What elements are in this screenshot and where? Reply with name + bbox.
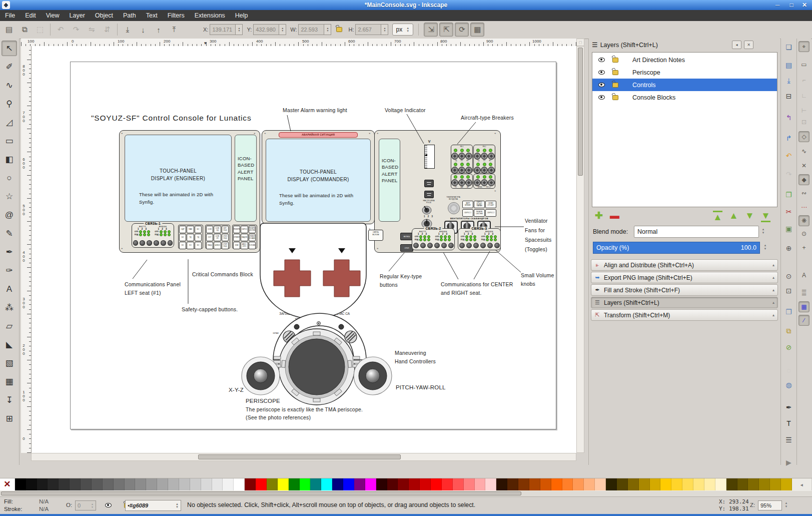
- color-swatch[interactable]: [365, 478, 376, 490]
- visibility-eye-icon[interactable]: [598, 83, 605, 87]
- layer-row-controls[interactable]: Controls: [592, 79, 777, 91]
- color-swatch[interactable]: [431, 478, 442, 490]
- selector-tool[interactable]: ↖: [2, 41, 17, 56]
- color-swatch[interactable]: [267, 478, 278, 490]
- color-swatch[interactable]: [737, 478, 748, 490]
- snap-master-icon[interactable]: ⌖: [798, 41, 809, 52]
- blend-mode-spinner[interactable]: ▲▼: [760, 228, 766, 235]
- color-swatch[interactable]: [748, 478, 759, 490]
- snap-grids-icon[interactable]: ▦: [798, 301, 809, 312]
- current-layer-select[interactable]: •#g6089▲▼: [125, 500, 181, 511]
- color-swatch[interactable]: [507, 478, 518, 490]
- color-swatch[interactable]: [212, 478, 223, 490]
- menu-file[interactable]: File: [0, 10, 20, 21]
- color-swatch[interactable]: [15, 478, 26, 490]
- color-swatch[interactable]: [223, 478, 234, 490]
- snap-midpoints-icon[interactable]: ⋯: [798, 202, 809, 213]
- dropper-tool[interactable]: ↧: [2, 392, 17, 408]
- color-swatch[interactable]: [201, 478, 212, 490]
- maximize-button[interactable]: □: [785, 0, 798, 10]
- star-tool[interactable]: ☆: [2, 189, 17, 204]
- measure-tool[interactable]: ◿: [2, 115, 17, 130]
- export-icon[interactable]: ↱: [782, 132, 795, 144]
- stroke-value[interactable]: N/A: [39, 506, 49, 512]
- x-field-spinner[interactable]: ▲▼: [236, 24, 243, 35]
- color-swatch[interactable]: [234, 478, 245, 490]
- spiral-tool[interactable]: @: [2, 207, 17, 223]
- color-swatch[interactable]: [37, 478, 48, 490]
- color-swatch[interactable]: [168, 478, 179, 490]
- canvas[interactable]: "SOYUZ-SF" Control Console for Lunatics …: [32, 46, 576, 453]
- snap-text-baseline-icon[interactable]: A: [798, 270, 809, 281]
- layer-row-art-direction-notes[interactable]: Art Direction Notes: [592, 54, 777, 66]
- undo-icon[interactable]: ↶: [782, 149, 795, 162]
- svg-page[interactable]: "SOYUZ-SF" Control Console for Lunatics …: [70, 62, 556, 429]
- color-swatch[interactable]: [726, 478, 737, 490]
- color-swatch[interactable]: [485, 478, 496, 490]
- horizontal-scrollbar[interactable]: [31, 453, 576, 461]
- select-all-layers-icon[interactable]: ⧉: [18, 23, 32, 37]
- color-swatch[interactable]: [420, 478, 431, 490]
- snap-object-centers-icon[interactable]: ⊙: [798, 228, 809, 239]
- text-tool[interactable]: A: [2, 281, 17, 297]
- opacity-spinner[interactable]: ▲▼: [762, 244, 768, 251]
- horizontal-scrollbar-thumb[interactable]: [198, 454, 401, 459]
- scale-corners-icon[interactable]: ▦: [470, 23, 484, 37]
- palette-scrollbar-thumb[interactable]: [1, 491, 521, 495]
- visibility-eye-icon[interactable]: [598, 95, 605, 100]
- color-swatch[interactable]: [92, 478, 103, 490]
- color-swatch[interactable]: [518, 478, 529, 490]
- color-swatch[interactable]: [671, 478, 682, 490]
- snap-others-icon[interactable]: ❋: [798, 215, 809, 226]
- transform-bar[interactable]: ⇱Transform (Shift+Ctrl+M)▴: [591, 309, 778, 321]
- zoom-spinner[interactable]: ▲▼: [783, 501, 789, 508]
- menu-extensions[interactable]: Extensions: [190, 10, 230, 21]
- zoom-field[interactable]: 95%: [758, 500, 782, 510]
- remove-layer-button[interactable]: ▬: [610, 211, 619, 221]
- color-swatch[interactable]: [157, 478, 168, 490]
- vertical-ruler[interactable]: 8007006005004003002001000: [21, 46, 32, 453]
- color-swatch[interactable]: [759, 478, 770, 490]
- color-swatch[interactable]: [387, 478, 398, 490]
- document-properties-icon[interactable]: ◍: [782, 378, 795, 391]
- lock-ratio-icon[interactable]: [336, 27, 342, 32]
- color-swatch[interactable]: [606, 478, 617, 490]
- blend-mode-select[interactable]: Normal: [634, 226, 759, 238]
- color-swatch[interactable]: [59, 478, 70, 490]
- box3d-tool[interactable]: ◧: [2, 152, 17, 167]
- color-swatch[interactable]: [103, 478, 114, 490]
- snap-smooth-nodes-icon[interactable]: ∾: [798, 188, 809, 199]
- color-swatch[interactable]: [562, 478, 573, 490]
- color-swatch[interactable]: [475, 478, 486, 490]
- snap-nodes-icon[interactable]: ◇: [798, 131, 809, 142]
- duplicate-icon[interactable]: ❐: [782, 305, 795, 318]
- tweak-tool[interactable]: ∿: [2, 78, 17, 93]
- rectangle-tool[interactable]: ▭: [2, 133, 17, 149]
- color-swatch[interactable]: [770, 478, 781, 490]
- layer-lock-icon[interactable]: [612, 83, 618, 88]
- ellipse-tool[interactable]: ○: [2, 170, 17, 186]
- color-swatch[interactable]: [48, 478, 59, 490]
- color-swatch[interactable]: [453, 478, 464, 490]
- zoom-page-icon[interactable]: ⊡: [782, 284, 795, 297]
- menu-path[interactable]: Path: [118, 10, 141, 21]
- color-swatch[interactable]: [289, 478, 300, 490]
- visibility-eye-icon[interactable]: [598, 58, 605, 62]
- raise-layer-button[interactable]: ▲: [729, 211, 738, 221]
- color-swatch[interactable]: [190, 478, 201, 490]
- sticky-zoom-button[interactable]: ⬚: [576, 39, 584, 46]
- menu-text[interactable]: Text: [141, 10, 163, 21]
- palette-overflow-icon[interactable]: ◂: [792, 478, 812, 490]
- minimize-button[interactable]: ─: [771, 0, 784, 10]
- menu-layer[interactable]: Layer: [65, 10, 90, 21]
- x-field[interactable]: 139.171: [210, 24, 236, 35]
- color-swatch[interactable]: [300, 478, 311, 490]
- calligraphy-tool[interactable]: ✑: [2, 263, 17, 278]
- layer-lock-icon[interactable]: [612, 70, 618, 75]
- layer-lock-icon[interactable]: [612, 58, 618, 63]
- unit-select[interactable]: px▲▼: [392, 24, 413, 36]
- layer-lock-icon[interactable]: [612, 95, 618, 100]
- save-document-icon[interactable]: ⤓: [782, 75, 795, 87]
- color-swatch[interactable]: [135, 478, 146, 490]
- color-swatch[interactable]: [704, 478, 715, 490]
